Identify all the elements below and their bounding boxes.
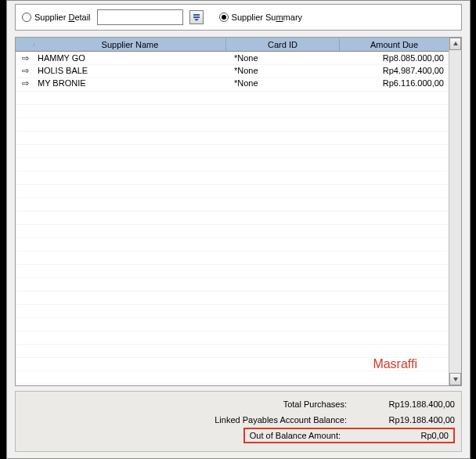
watermark-text: Masraffi [373,357,417,371]
col-header-amount[interactable]: Amount Due [340,38,449,51]
detail-arrow-icon[interactable]: ⇨ [22,79,29,88]
table-area: Supplier Name Card ID Amount Due ⇨ HAMMY… [16,38,449,385]
linked-balance-row: Linked Payables Account Balance: Rp19.18… [22,412,455,428]
svg-marker-3 [453,42,458,45]
radio-icon [22,13,31,22]
out-of-balance-label: Out of Balance Amount: [250,431,341,440]
linked-balance-value: Rp19.188.400,00 [361,415,455,425]
total-purchases-value: Rp19.188.400,00 [361,399,455,409]
table-row[interactable]: ⇨ HAMMY GO *None Rp8.085.000,00 [16,52,449,64]
supplier-summary-radio[interactable]: Supplier Summary [219,13,303,22]
detail-arrow-icon[interactable]: ⇨ [22,54,29,63]
supplier-table: Supplier Name Card ID Amount Due ⇨ HAMMY… [15,37,462,386]
out-of-balance-value: Rp0,00 [355,431,449,440]
supplier-select-dropdown-button[interactable] [189,10,204,24]
svg-rect-1 [193,16,200,18]
supplier-balances-window: Supplier Detail Supplier Summary Supplie… [6,0,471,459]
scroll-track[interactable] [449,50,461,373]
cell-name: MY BRONIE [34,78,226,88]
cell-card: *None [226,78,340,88]
col-header-arrow[interactable] [16,43,34,46]
cell-card: *None [226,53,340,63]
svg-marker-4 [453,378,458,381]
scroll-up-button[interactable] [449,38,461,50]
total-purchases-label: Total Purchases: [175,399,347,409]
cell-amount: Rp4.987.400,00 [340,66,449,75]
dropdown-icon [193,13,200,21]
svg-marker-2 [194,19,199,21]
totals-footer: Total Purchases: Rp19.188.400,00 Linked … [15,391,462,452]
col-header-name[interactable]: Supplier Name [34,38,226,51]
filter-bar: Supplier Detail Supplier Summary [15,4,462,31]
supplier-detail-radio[interactable]: Supplier Detail [22,13,91,22]
out-of-balance-row: Out of Balance Amount: Rp0,00 [22,428,455,443]
cell-amount: Rp8.085.000,00 [340,53,449,63]
col-header-card[interactable]: Card ID [226,38,340,51]
radio-icon [219,13,229,22]
cell-card: *None [226,66,340,75]
supplier-detail-label: Supplier Detail [34,13,91,22]
cell-name: HOLIS BALE [34,66,226,75]
chevron-down-icon [453,376,459,382]
table-row[interactable]: ⇨ HOLIS BALE *None Rp4.987.400,00 [16,64,449,77]
detail-arrow-icon[interactable]: ⇨ [22,67,29,75]
supplier-select[interactable] [97,9,183,25]
total-purchases-row: Total Purchases: Rp19.188.400,00 [22,396,455,412]
svg-rect-0 [193,14,200,16]
supplier-summary-label: Supplier Summary [232,13,303,22]
scroll-down-button[interactable] [449,373,461,385]
vertical-scrollbar[interactable] [449,38,461,385]
table-row[interactable]: ⇨ MY BRONIE *None Rp6.116.000,00 [16,77,449,89]
linked-balance-label: Linked Payables Account Balance: [175,415,347,425]
cell-amount: Rp6.116.000,00 [340,78,449,88]
chevron-up-icon [453,41,459,47]
out-of-balance-highlight: Out of Balance Amount: Rp0,00 [243,428,455,443]
cell-name: HAMMY GO [34,53,226,63]
table-header: Supplier Name Card ID Amount Due [16,38,449,52]
table-body: ⇨ HAMMY GO *None Rp8.085.000,00 ⇨ HOLIS … [16,52,449,385]
